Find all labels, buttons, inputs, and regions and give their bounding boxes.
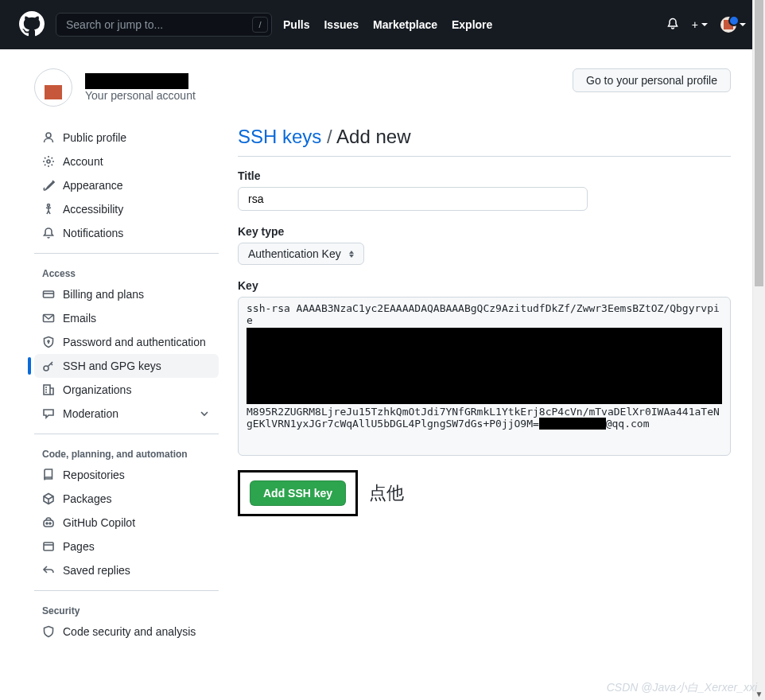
sidebar-item-label: Moderation (63, 407, 118, 420)
key-type-label: Key type (238, 225, 731, 238)
key-prefix-text: ssh-rsa AAAAB3NzaC1yc2EAAAADAQABAAABgQCz… (247, 302, 720, 326)
credit-card-icon (42, 288, 55, 301)
package-icon (42, 492, 55, 505)
person-icon (42, 131, 55, 144)
main-content: SSH keys / Add new Title Key type Authen… (238, 126, 731, 644)
accessibility-icon (42, 203, 55, 216)
annotation-highlight-box: Add SSH key (238, 470, 358, 516)
sidebar-item-public-profile[interactable]: Public profile (34, 126, 219, 150)
sidebar-item-label: Billing and plans (63, 288, 144, 301)
create-new-dropdown[interactable]: + (692, 18, 708, 31)
annotation-text: 点他 (369, 481, 404, 505)
svg-rect-11 (44, 542, 53, 550)
global-header: / Pulls Issues Marketplace Explore + (0, 0, 765, 49)
nav-pulls[interactable]: Pulls (283, 18, 309, 31)
search-input[interactable]: / (56, 13, 272, 37)
mail-icon (42, 312, 55, 325)
sidebar-item-organizations[interactable]: Organizations (34, 378, 219, 402)
search-field[interactable] (66, 18, 252, 31)
svg-point-0 (46, 133, 51, 138)
nav-marketplace[interactable]: Marketplace (373, 18, 437, 31)
notifications-icon[interactable] (666, 18, 679, 33)
shield-lock-icon (42, 336, 55, 348)
sidebar-header-code: Code, planning, and automation (34, 442, 219, 463)
svg-rect-3 (44, 291, 54, 298)
sidebar-item-label: Password and authentication (63, 336, 206, 348)
sidebar-item-label: Appearance (63, 179, 123, 192)
key-email-redacted (539, 418, 606, 430)
divider (34, 253, 219, 254)
sidebar-header-access: Access (34, 262, 219, 282)
sidebar-item-notifications[interactable]: Notifications (34, 221, 219, 245)
breadcrumb-ssh-keys-link[interactable]: SSH keys (238, 126, 321, 147)
sidebar-item-label: Notifications (63, 227, 123, 239)
sidebar-item-label: SSH and GPG keys (63, 360, 161, 372)
sidebar-item-accessibility[interactable]: Accessibility (34, 197, 219, 221)
page-scrollbar[interactable]: ▲ ▼ (752, 0, 765, 663)
go-to-profile-button[interactable]: Go to your personal profile (573, 68, 731, 92)
paintbrush-icon (42, 179, 55, 192)
page-title: SSH keys / Add new (238, 126, 731, 157)
select-caret-icon (349, 251, 354, 258)
sidebar-item-label: Pages (63, 540, 95, 553)
sidebar-item-copilot[interactable]: GitHub Copilot (34, 511, 219, 535)
breadcrumb-separator: / (327, 126, 336, 147)
key-icon (42, 360, 55, 372)
key-textarea[interactable]: ssh-rsa AAAAB3NzaC1yc2EAAAADAQABAAABgQCz… (238, 297, 731, 456)
sidebar-item-code-security[interactable]: Code security and analysis (34, 620, 219, 644)
breadcrumb-current: Add new (336, 126, 410, 147)
divider (34, 434, 219, 434)
sidebar-item-repositories[interactable]: Repositories (34, 463, 219, 487)
nav-issues[interactable]: Issues (324, 18, 359, 31)
sidebar-item-label: Public profile (63, 131, 126, 144)
sidebar-item-packages[interactable]: Packages (34, 487, 219, 511)
svg-point-2 (48, 204, 50, 207)
sidebar-item-label: Packages (63, 492, 111, 505)
sidebar-item-pages[interactable]: Pages (34, 535, 219, 558)
sidebar-item-appearance[interactable]: Appearance (34, 173, 219, 197)
sidebar-item-ssh-gpg-keys[interactable]: SSH and GPG keys (34, 354, 219, 378)
sidebar-item-password[interactable]: Password and authentication (34, 330, 219, 354)
avatar (720, 17, 736, 33)
scroll-thumb[interactable] (755, 0, 763, 286)
sidebar-item-label: Organizations (63, 383, 131, 396)
sidebar-item-billing[interactable]: Billing and plans (34, 282, 219, 306)
nav-explore[interactable]: Explore (452, 18, 492, 31)
sidebar-item-label: Repositories (63, 469, 125, 481)
svg-point-5 (48, 340, 49, 342)
key-type-value: Authentication Key (248, 247, 341, 260)
sidebar-item-moderation[interactable]: Moderation (34, 402, 219, 426)
svg-point-10 (49, 523, 51, 524)
comment-icon (42, 407, 55, 420)
chevron-down-icon (198, 407, 211, 420)
account-subtitle: Your personal account (85, 89, 196, 102)
user-menu-dropdown[interactable] (720, 17, 746, 33)
sidebar-item-label: Account (63, 155, 103, 168)
sidebar-item-label: GitHub Copilot (63, 516, 135, 529)
title-input[interactable] (238, 187, 588, 211)
github-logo[interactable] (19, 11, 45, 39)
bell-icon (42, 227, 55, 239)
key-type-select[interactable]: Authentication Key (238, 243, 364, 265)
sidebar-item-label: Emails (63, 312, 96, 325)
sidebar-item-label: Code security and analysis (63, 625, 196, 638)
key-textarea-content[interactable]: ssh-rsa AAAAB3NzaC1yc2EAAAADAQABAAABgQCz… (239, 298, 730, 455)
divider (34, 590, 219, 591)
sidebar-item-emails[interactable]: Emails (34, 306, 219, 330)
svg-point-1 (47, 160, 50, 163)
shield-icon (42, 625, 55, 638)
key-redacted (247, 328, 722, 404)
slash-shortcut-icon: / (252, 17, 268, 33)
copilot-icon (42, 516, 55, 529)
svg-point-9 (46, 523, 48, 524)
username-redacted (85, 73, 188, 89)
repo-icon (42, 469, 55, 481)
browser-icon (42, 540, 55, 553)
sidebar-item-account[interactable]: Account (34, 150, 219, 173)
title-label: Title (238, 169, 731, 182)
sidebar-item-saved-replies[interactable]: Saved replies (34, 558, 219, 582)
header-actions: + (666, 17, 746, 33)
add-ssh-key-button[interactable]: Add SSH key (250, 480, 346, 506)
sidebar-item-label: Accessibility (63, 203, 123, 216)
account-header: Your personal account Go to your persona… (34, 68, 731, 107)
